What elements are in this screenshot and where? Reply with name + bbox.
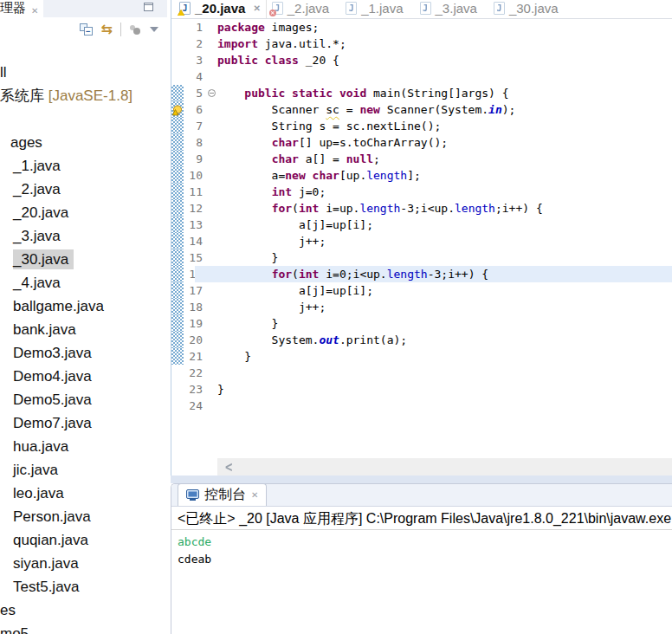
explorer-item[interactable]: _20.java	[0, 201, 167, 224]
code-line[interactable]: 19 }	[171, 315, 672, 332]
code-line[interactable]: 1package images;	[171, 19, 672, 36]
code-line[interactable]: 16 for(int i=0;i<up.length-3;i++) {	[171, 266, 672, 282]
link-with-editor-icon[interactable]: ⇆	[101, 23, 113, 36]
explorer-item[interactable]: _30.java	[0, 248, 167, 271]
explorer-item[interactable]: Demo4.java	[0, 365, 167, 388]
library-version-decoration: [JavaSE-1.8]	[48, 87, 132, 104]
keyword-token: char	[313, 169, 339, 182]
code-text: a[j]=up[i];	[217, 217, 373, 233]
code-line-content: j++;	[206, 233, 672, 249]
keyword-token: import	[217, 37, 258, 50]
explorer-item[interactable]: Test5.java	[0, 575, 167, 598]
annotation-column	[171, 315, 184, 332]
explorer-item[interactable]: ll	[0, 61, 167, 84]
keyword-token: new	[359, 103, 379, 116]
explorer-item[interactable]: ballgame.java	[0, 294, 167, 318]
close-icon[interactable]: ✕	[251, 490, 258, 501]
focus-on-active-task-icon[interactable]	[129, 24, 142, 36]
code-line[interactable]: 24	[171, 398, 672, 414]
code-line[interactable]: 11 int j=0;	[171, 184, 672, 200]
editor-tab[interactable]: J✕_2.java	[267, 0, 340, 18]
code-line[interactable]: 5 public static void main(String[]args) …	[171, 85, 672, 101]
editor-tab[interactable]: J_1.java	[340, 0, 414, 18]
explorer-item[interactable]	[0, 107, 167, 131]
code-line[interactable]: 3public class _20 {	[171, 52, 672, 68]
line-number: 11	[184, 184, 206, 200]
code-line[interactable]: 17 a[j]=up[i];	[171, 282, 672, 299]
scroll-left-icon[interactable]: <	[225, 459, 232, 475]
explorer-item[interactable]: Demo7.java	[0, 411, 167, 435]
line-number: 17	[184, 282, 206, 299]
code-editor[interactable]: 1package images;2import java.util.*;3pub…	[171, 19, 672, 414]
editor-tab[interactable]: J_30.java	[488, 0, 570, 18]
explorer-item[interactable]: _2.java	[0, 178, 167, 201]
explorer-item[interactable]: leo.java	[0, 482, 167, 505]
explorer-item[interactable]: quqian.java	[0, 528, 167, 552]
code-line-content: Scanner sc = new Scanner(System.in);	[206, 101, 672, 118]
editor-tab[interactable]: J_3.java	[415, 0, 488, 18]
code-line[interactable]: 8 char[] up=s.toCharArray();	[171, 134, 672, 151]
code-text: }	[217, 381, 224, 398]
code-line[interactable]: 9 char a[] = null;	[171, 151, 672, 167]
code-line[interactable]: 14 j++;	[171, 233, 672, 249]
fold-column	[206, 85, 217, 101]
code-line[interactable]: 10 a=new char[up.length];	[171, 167, 672, 184]
explorer-item[interactable]: bank.java	[0, 318, 167, 341]
horizontal-scrollbar[interactable]: <	[217, 458, 672, 476]
annotation-column	[171, 365, 184, 381]
code-line[interactable]: 2import java.util.*;	[171, 36, 672, 52]
explorer-item[interactable]: 系统库 [JavaSE-1.8]	[0, 84, 167, 107]
code-token: i=0;i<up.	[319, 268, 386, 281]
explorer-item[interactable]: Demo3.java	[0, 341, 167, 365]
console-output[interactable]: abcdecdeab	[171, 530, 672, 568]
code-line[interactable]: 18 j++;	[171, 299, 672, 315]
annotation-column	[171, 85, 184, 101]
explorer-item[interactable]: hua.java	[0, 435, 167, 458]
minimize-icon[interactable]	[144, 3, 153, 11]
fold-collapse-icon[interactable]	[208, 89, 216, 97]
explorer-item[interactable]: _1.java	[0, 154, 167, 178]
close-icon[interactable]: ✕	[31, 6, 38, 16]
editor-console-sash[interactable]	[171, 476, 672, 483]
explorer-item[interactable]: Demo5.java	[0, 388, 167, 411]
fold-column	[206, 332, 217, 348]
code-line[interactable]: 12 for(int i=up.length-3;i<up.length;i++…	[171, 200, 672, 217]
code-token	[306, 169, 313, 182]
package-explorer-tab[interactable]: 理器 ✕	[0, 0, 43, 17]
code-text: j++;	[217, 233, 326, 249]
code-line-content: }	[206, 348, 672, 365]
view-menu-icon[interactable]	[150, 27, 158, 32]
tab-close-icon[interactable]: ✕	[253, 3, 260, 13]
code-token: a=	[217, 169, 285, 182]
code-line[interactable]: 6 Scanner sc = new Scanner(System.in);	[171, 101, 672, 118]
code-line[interactable]: 23}	[171, 381, 672, 398]
code-line[interactable]: 15 }	[171, 249, 672, 266]
explorer-item[interactable]: _4.java	[0, 271, 167, 294]
warning-token: sc	[326, 103, 339, 116]
code-line[interactable]: 22	[171, 365, 672, 381]
code-token: -3;i<up.	[400, 202, 455, 215]
code-token: }	[217, 251, 278, 264]
code-line[interactable]: 4	[171, 68, 672, 85]
code-line[interactable]: 7 String s = sc.nextLine();	[171, 118, 672, 134]
explorer-item[interactable]: mo5	[0, 622, 167, 634]
fold-column	[206, 19, 217, 36]
explorer-item[interactable]: es	[0, 598, 167, 622]
explorer-item[interactable]: Person.java	[0, 505, 167, 528]
explorer-item[interactable]: siyan.java	[0, 552, 167, 575]
code-token: ;i++) {	[495, 202, 543, 215]
code-line[interactable]: 21 }	[171, 348, 672, 365]
code-line[interactable]: 20 System.out.print(a);	[171, 332, 672, 348]
code-line[interactable]: 13 a[j]=up[i];	[171, 217, 672, 233]
code-line-content: public static void main(String[]args) {	[206, 85, 672, 101]
console-tab[interactable]: 控制台 ✕	[178, 483, 267, 506]
console-output-line: abcde	[178, 534, 672, 551]
editor-tab-label: _2.java	[288, 1, 329, 16]
keyword-token: for	[272, 268, 292, 281]
explorer-item[interactable]: _3.java	[0, 224, 167, 248]
code-token: System.	[217, 333, 319, 346]
editor-tab[interactable]: J_20.java✕	[174, 0, 267, 18]
collapse-all-icon[interactable]: −	[80, 23, 94, 36]
explorer-item[interactable]: jic.java	[0, 458, 167, 482]
explorer-item[interactable]: ages	[0, 131, 167, 154]
